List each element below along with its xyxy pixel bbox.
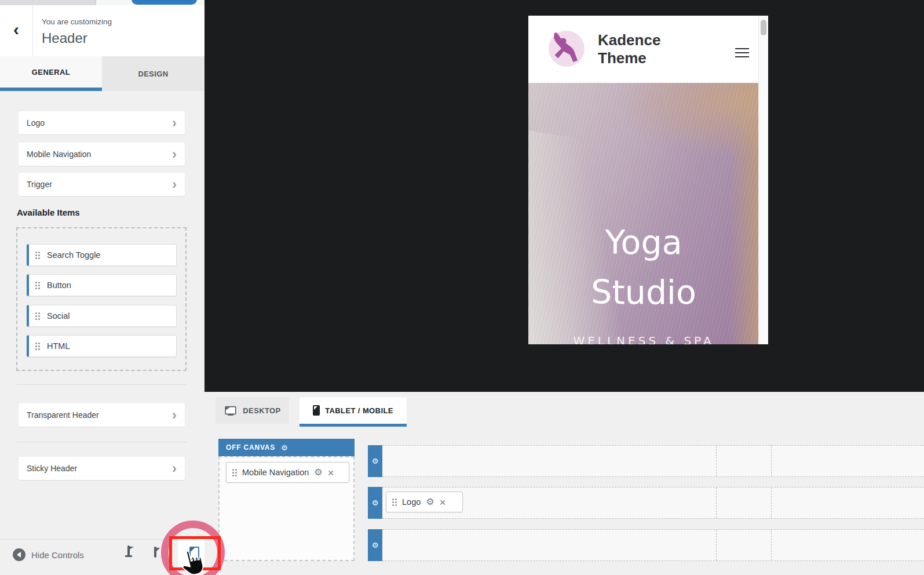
desktop-icon bbox=[127, 545, 130, 556]
close-icon[interactable]: × bbox=[440, 497, 446, 508]
hero-tagline: WELLNESS & SPA bbox=[528, 334, 759, 344]
available-item-label: Search Toggle bbox=[47, 250, 100, 260]
header-row-main: ⚙ Logo ⚙ × bbox=[368, 487, 924, 519]
collapse-arrow-icon bbox=[17, 552, 21, 558]
row-cell-divider bbox=[716, 487, 717, 518]
gear-icon[interactable]: ⚙ bbox=[281, 444, 288, 452]
publish-button-partial[interactable] bbox=[132, 0, 197, 5]
gear-icon: ⚙ bbox=[372, 499, 379, 507]
tab-general[interactable]: GENERAL bbox=[0, 56, 102, 88]
sidebar-tabs: GENERAL DESIGN bbox=[0, 56, 204, 91]
drag-handle-icon[interactable] bbox=[232, 469, 237, 476]
hide-controls-button[interactable] bbox=[13, 548, 25, 561]
preview-tablet-button[interactable] bbox=[154, 548, 156, 556]
header-row-dropzone[interactable] bbox=[382, 445, 924, 477]
available-item-social[interactable]: Social bbox=[27, 305, 177, 327]
row-cell-divider bbox=[771, 487, 772, 518]
section-label: Trigger bbox=[27, 180, 52, 189]
section-label: Transparent Header bbox=[27, 410, 99, 420]
offcanvas-header[interactable]: OFF CANVAS ⚙ bbox=[218, 439, 355, 456]
available-items-title: Available Items bbox=[17, 208, 80, 217]
hide-controls-label: Hide Controls bbox=[31, 550, 84, 560]
top-strip-segment bbox=[0, 0, 96, 5]
row-cell-divider bbox=[771, 530, 772, 561]
section-label: Sticky Header bbox=[27, 464, 77, 473]
hamburger-menu-icon[interactable] bbox=[735, 48, 749, 60]
gear-icon: ⚙ bbox=[372, 457, 379, 465]
offcanvas-dropzone[interactable]: Mobile Navigation ⚙ × bbox=[218, 456, 355, 561]
scrollbar-thumb[interactable] bbox=[761, 20, 766, 35]
preview-pane: Kadence Theme Yoga Studio WELLNESS & SPA bbox=[204, 0, 924, 392]
drag-handle-icon[interactable] bbox=[35, 343, 40, 350]
hero-title: Yoga Studio bbox=[528, 217, 759, 317]
site-brand-title[interactable]: Kadence Theme bbox=[598, 31, 699, 67]
builder-item-label: Logo bbox=[402, 497, 421, 507]
header-row-dropzone[interactable]: Logo ⚙ × bbox=[382, 487, 924, 519]
preview-scrollbar[interactable] bbox=[758, 16, 768, 344]
yoga-logo-icon[interactable] bbox=[547, 30, 586, 68]
section-label: Logo bbox=[27, 118, 45, 128]
row-cell-divider bbox=[716, 446, 717, 476]
preview-desktop-button[interactable] bbox=[127, 547, 130, 555]
tab-design-label: DESIGN bbox=[138, 70, 168, 78]
offcanvas-title: OFF CANVAS bbox=[226, 443, 275, 452]
row-cell-divider bbox=[771, 446, 772, 476]
available-item-label: HTML bbox=[47, 341, 70, 351]
header-row-top: ⚙ bbox=[368, 445, 924, 477]
back-button[interactable]: ‹ bbox=[0, 5, 33, 56]
row-cell-divider bbox=[716, 530, 717, 561]
top-strip bbox=[0, 0, 204, 5]
row-settings-handle[interactable]: ⚙ bbox=[368, 529, 382, 561]
close-icon[interactable]: × bbox=[328, 467, 334, 478]
builder-active-tab-underline bbox=[300, 424, 407, 427]
panel-title: Header bbox=[42, 30, 112, 46]
gear-icon[interactable]: ⚙ bbox=[314, 468, 322, 477]
mobile-preview-frame: Kadence Theme Yoga Studio WELLNESS & SPA bbox=[528, 16, 768, 344]
mobile-icon bbox=[189, 547, 199, 560]
gear-icon[interactable]: ⚙ bbox=[426, 497, 434, 507]
drag-handle-icon[interactable] bbox=[35, 282, 40, 289]
back-chevron-icon: ‹ bbox=[13, 21, 19, 38]
section-sticky-header[interactable]: Sticky Header › bbox=[19, 457, 185, 480]
row-settings-handle[interactable]: ⚙ bbox=[368, 487, 382, 519]
divider bbox=[17, 384, 187, 385]
customizer-sidebar: ‹ You are customizing Header GENERAL DES… bbox=[0, 0, 204, 575]
section-trigger[interactable]: Trigger › bbox=[19, 173, 185, 196]
header-row-dropzone[interactable] bbox=[382, 529, 924, 561]
section-mobile-navigation[interactable]: Mobile Navigation › bbox=[19, 143, 185, 166]
available-item-label: Social bbox=[47, 311, 70, 321]
drag-handle-icon[interactable] bbox=[35, 252, 40, 259]
tab-design[interactable]: DESIGN bbox=[102, 56, 204, 91]
header-row-bottom: ⚙ bbox=[368, 529, 924, 561]
customizing-text: You are customizing Header bbox=[42, 17, 112, 46]
builder-item-mobile-navigation[interactable]: Mobile Navigation ⚙ × bbox=[226, 462, 349, 483]
builder-item-label: Mobile Navigation bbox=[242, 468, 309, 477]
active-tab-underline bbox=[0, 88, 102, 91]
gear-icon: ⚙ bbox=[372, 541, 379, 549]
drag-handle-icon[interactable] bbox=[392, 498, 397, 506]
available-item-search-toggle[interactable]: Search Toggle bbox=[27, 244, 177, 266]
customizing-header: ‹ You are customizing Header bbox=[0, 5, 204, 57]
available-item-html[interactable]: HTML bbox=[27, 335, 177, 357]
available-item-label: Button bbox=[47, 281, 71, 290]
builder-tab-tablet-mobile-label: TABLET / MOBILE bbox=[325, 406, 393, 415]
section-transparent-header[interactable]: Transparent Header › bbox=[19, 403, 185, 427]
header-builder-panel: DESKTOP TABLET / MOBILE OFF CANVAS ⚙ Mob… bbox=[204, 392, 924, 575]
desktop-icon bbox=[225, 406, 236, 414]
drag-handle-icon[interactable] bbox=[35, 312, 40, 320]
builder-tab-desktop-label: DESKTOP bbox=[243, 406, 280, 415]
available-item-button[interactable]: Button bbox=[27, 274, 177, 296]
builder-tab-tablet-mobile[interactable]: TABLET / MOBILE bbox=[300, 397, 407, 424]
sidebar-footer: Hide Controls bbox=[0, 539, 204, 575]
builder-item-logo[interactable]: Logo ⚙ × bbox=[386, 492, 463, 512]
row-settings-handle[interactable]: ⚙ bbox=[368, 445, 382, 477]
divider bbox=[17, 442, 187, 442]
builder-tab-desktop[interactable]: DESKTOP bbox=[216, 397, 289, 424]
section-label: Mobile Navigation bbox=[27, 150, 91, 159]
section-logo[interactable]: Logo › bbox=[19, 111, 185, 134]
tablet-icon bbox=[154, 547, 156, 558]
hero-section: Yoga Studio WELLNESS & SPA bbox=[528, 83, 759, 344]
tab-general-label: GENERAL bbox=[32, 68, 70, 77]
customizing-label: You are customizing bbox=[42, 17, 112, 26]
site-header: Kadence Theme bbox=[528, 16, 768, 83]
